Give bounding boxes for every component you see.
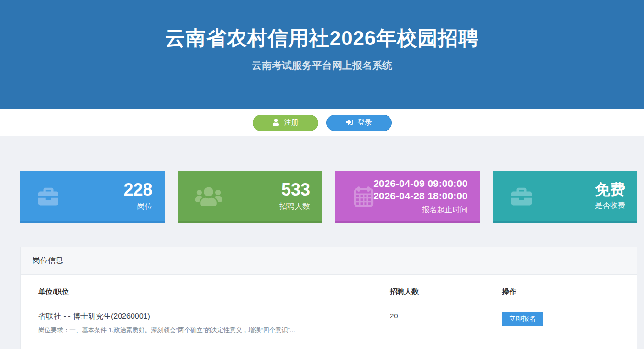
col-header-count: 招聘人数	[384, 275, 496, 304]
col-header-position: 单位/职位	[33, 275, 384, 304]
auth-band: 注册 登录	[0, 109, 644, 136]
page-title: 云南省农村信用社2026年校园招聘	[0, 0, 644, 52]
panel-title: 岗位信息	[21, 247, 637, 275]
stat-value-positions: 228	[123, 181, 152, 199]
stat-value-headcount: 533	[279, 181, 310, 199]
user-icon	[272, 119, 279, 127]
apply-now-button[interactable]: 立即报名	[502, 312, 543, 326]
register-button[interactable]: 注册	[253, 115, 318, 131]
stat-card-positions: 228 岗位	[20, 171, 165, 223]
job-count: 20	[390, 312, 398, 320]
stats-row: 228 岗位 533 招聘人数 202	[20, 171, 637, 223]
stat-label-period: 报名起止时间	[373, 205, 467, 215]
stat-card-fee: 免费 是否收费	[493, 171, 638, 223]
briefcase-icon	[37, 186, 59, 207]
job-table: 单位/职位 招聘人数 操作 省联社 - - 博士研究生(20260001) 岗位…	[33, 275, 625, 349]
page-subtitle: 云南考试服务平台网上报名系统	[0, 59, 644, 72]
login-button-label: 登录	[358, 118, 372, 127]
sign-in-icon	[346, 119, 353, 127]
stat-label-headcount: 招聘人数	[279, 202, 310, 212]
job-info-panel: 岗位信息 单位/职位 招聘人数 操作 省联社 - - 博士研究生(2026000…	[20, 247, 637, 349]
table-row: 省联社 - - 博士研究生(20260001) 岗位要求：一、基本条件 1.政治…	[33, 304, 625, 349]
users-icon	[195, 185, 222, 207]
briefcase-icon	[511, 186, 533, 207]
stat-label-positions: 岗位	[123, 202, 152, 212]
calendar-icon	[353, 185, 375, 207]
stat-card-period: 2026-04-09 09:00:00 2026-04-28 18:00:00 …	[335, 171, 480, 223]
stat-value-period: 2026-04-09 09:00:00 2026-04-28 18:00:00	[373, 177, 467, 203]
register-button-label: 注册	[284, 118, 299, 127]
stat-value-fee: 免费	[595, 182, 625, 198]
col-header-action: 操作	[496, 275, 625, 304]
stat-label-fee: 是否收费	[595, 201, 625, 211]
stat-card-headcount: 533 招聘人数	[178, 171, 322, 223]
login-button[interactable]: 登录	[326, 115, 392, 131]
job-position-title: 省联社 - - 博士研究生(20260001)	[38, 312, 378, 322]
hero-banner: 云南省农村信用社2026年校园招聘 云南考试服务平台网上报名系统	[0, 0, 644, 109]
job-requirement-text: 岗位要求：一、基本条件 1.政治素质好。深刻领会“两个确立”的决定性意义，增强“…	[38, 326, 378, 335]
